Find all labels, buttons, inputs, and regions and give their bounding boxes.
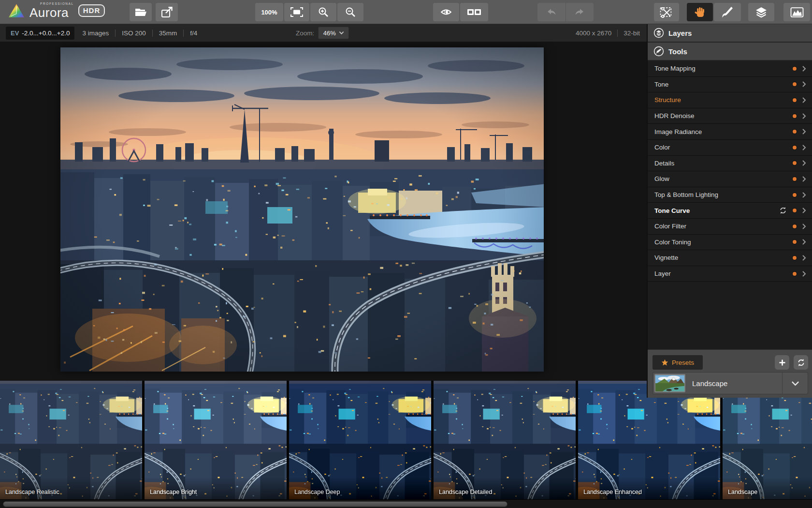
presets-label: Presets	[672, 359, 694, 366]
separator	[617, 30, 618, 37]
tool-active-dot	[793, 209, 797, 212]
tool-row-label: Color	[654, 144, 787, 151]
chevron-right-icon	[802, 65, 806, 72]
scrollbar-thumb[interactable]	[3, 501, 508, 507]
ev-bracket-info[interactable]: EV -2.0...+0.0...+2.0	[6, 27, 74, 40]
tool-row[interactable]: Top & Bottom Lighting	[648, 187, 812, 203]
tools-header-label: Tools	[668, 47, 687, 56]
tool-row-label: HDR Denoise	[654, 112, 787, 120]
tool-row[interactable]: Structure	[648, 92, 812, 108]
selected-preset-category: Landscape	[692, 379, 782, 388]
tool-row-label: Vignette	[654, 254, 787, 261]
tool-row[interactable]: Image Radiance	[648, 124, 812, 140]
export-icon	[160, 6, 173, 18]
preset-thumbnail[interactable]: Landscape Enhanced	[578, 381, 720, 499]
preset-category-dropdown[interactable]: Landscape	[652, 372, 808, 394]
image-dimensions: 4000 x 2670	[576, 30, 611, 37]
zoom-100-button[interactable]: 100%	[255, 3, 283, 21]
preset-thumbnail[interactable]: Landscape Deep	[289, 381, 431, 499]
zoom-out-button[interactable]	[337, 3, 363, 21]
app-logo: PROFESSIONAL Aurora HDR	[8, 2, 105, 19]
redo-icon	[574, 7, 585, 17]
compare-icon	[467, 8, 481, 16]
preset-thumbnail[interactable]: Landscape Bright	[145, 381, 287, 499]
tool-active-dot	[793, 256, 797, 260]
tool-row[interactable]: Tone Curve	[648, 203, 812, 219]
undo-button[interactable]	[537, 3, 566, 21]
tool-row[interactable]: Tone Mapping	[648, 61, 812, 77]
preset-thumbnail-label: Landscape	[728, 489, 757, 495]
open-file-button[interactable]	[130, 3, 152, 21]
zoom-in-button[interactable]	[310, 3, 336, 21]
info-bar: EV -2.0...+0.0...+2.0 3 images ISO 200 3…	[0, 24, 647, 42]
tool-row-label: Top & Bottom Lighting	[654, 191, 787, 198]
crop-tool-icon	[659, 6, 674, 19]
preset-thumbnail[interactable]: Landscape	[723, 381, 812, 499]
crop-tool-button[interactable]	[654, 3, 679, 21]
sync-presets-button[interactable]	[794, 355, 808, 370]
add-preset-button[interactable]	[775, 355, 789, 370]
layers-tool-button[interactable]	[748, 3, 774, 21]
brush-tool-button[interactable]	[714, 3, 741, 21]
layers-panel-header[interactable]: Layers	[648, 24, 812, 43]
chevron-right-icon	[802, 223, 806, 230]
tool-row[interactable]: HDR Denoise	[648, 108, 812, 124]
redo-button[interactable]	[566, 3, 594, 21]
tool-row[interactable]: Details	[648, 156, 812, 172]
tool-row-label: Tone	[654, 81, 787, 88]
fit-to-screen-button[interactable]	[284, 3, 309, 21]
tool-row-label: Layer	[654, 270, 787, 277]
export-button[interactable]	[156, 3, 178, 21]
chevron-right-icon	[802, 192, 806, 198]
reset-tool-icon[interactable]	[779, 207, 787, 214]
thumbnail-shade	[578, 477, 720, 499]
ev-label: EV	[11, 30, 19, 37]
chevron-right-icon	[802, 144, 806, 151]
tool-row[interactable]: Tone	[648, 77, 812, 93]
histogram-button[interactable]	[783, 3, 810, 21]
preset-thumbnail[interactable]: Landscape Detailed	[434, 381, 576, 499]
chevron-right-icon	[802, 128, 806, 135]
tool-active-dot	[793, 193, 797, 197]
zoom-out-icon	[345, 6, 356, 18]
presets-button[interactable]: Presets	[652, 355, 703, 370]
thumbnail-shade	[723, 477, 812, 499]
brush-tool-icon	[721, 5, 734, 19]
zoom-level-dropdown[interactable]: 46%	[318, 27, 349, 39]
tool-active-dot	[793, 130, 797, 134]
zoom-value: 46%	[323, 30, 336, 37]
tool-row[interactable]: Glow	[648, 171, 812, 187]
chevron-right-icon	[802, 160, 806, 166]
tool-row-label: Details	[654, 160, 787, 167]
filmstrip-scrollbar[interactable]	[0, 499, 812, 508]
hand-tool-button[interactable]	[687, 3, 713, 21]
chevron-right-icon	[802, 254, 806, 261]
focal-length: 35mm	[159, 30, 177, 37]
iso-value: ISO 200	[122, 30, 146, 37]
layers-circle-icon	[653, 28, 664, 38]
tool-row[interactable]: Color	[648, 140, 812, 156]
preview-original-button[interactable]	[433, 3, 459, 21]
tool-list: Tone Mapping Tone	[648, 61, 812, 282]
chevron-right-icon	[802, 176, 806, 182]
tool-row[interactable]: Layer	[648, 266, 812, 282]
tool-row-label: Color Toning	[654, 239, 787, 246]
tool-row[interactable]: Vignette	[648, 250, 812, 266]
history-group	[537, 3, 594, 21]
tools-panel-header[interactable]: Tools	[648, 43, 812, 61]
chevron-right-icon	[802, 239, 806, 245]
tool-row-label: Tone Curve	[654, 207, 775, 214]
presets-panel: Presets Landscape	[648, 349, 812, 398]
tool-row[interactable]: Color Filter	[648, 219, 812, 235]
zoom-label: Zoom:	[296, 30, 314, 37]
main-photo[interactable]	[60, 47, 544, 372]
preset-thumbnail-label: Landscape Realistic	[5, 489, 59, 495]
chevron-right-icon	[802, 81, 806, 88]
refresh-icon	[797, 359, 805, 367]
preset-thumbnail[interactable]: Landscape Realistic	[0, 381, 142, 499]
tool-active-dot	[793, 161, 797, 165]
zoom-in-icon	[318, 6, 329, 18]
aperture-value: f/4	[190, 30, 197, 37]
compare-view-button[interactable]	[460, 3, 488, 21]
tool-row[interactable]: Color Toning	[648, 235, 812, 251]
